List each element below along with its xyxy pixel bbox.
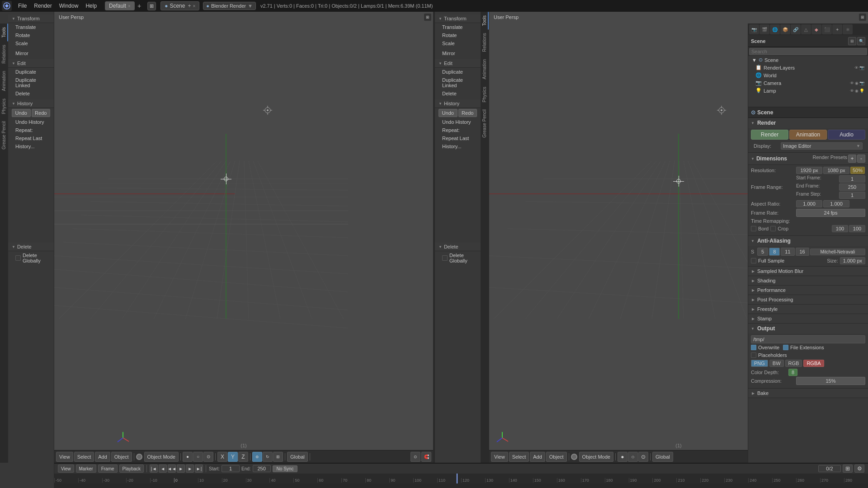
tl-end-field[interactable]: 250: [253, 465, 271, 472]
outliner-filter-btn[interactable]: ⊞: [848, 37, 856, 45]
scene-tab-add[interactable]: +: [188, 3, 191, 9]
tl-expand[interactable]: ⊞: [843, 465, 853, 473]
tool-scale[interactable]: Scale: [8, 39, 54, 47]
workspace-tab-close[interactable]: ×: [128, 4, 131, 9]
props-tab-scene[interactable]: 🎬: [760, 24, 769, 34]
r-delete-globally-cb[interactable]: [442, 255, 448, 261]
scene-tab[interactable]: ● Scene + ×: [160, 1, 199, 10]
file-ext-checkbox[interactable]: [783, 345, 788, 350]
timeline-keyframes-area[interactable]: [54, 483, 868, 488]
r-delete-header[interactable]: Delete: [435, 243, 481, 251]
aa-filter-btn[interactable]: Mitchell-Netravali: [810, 249, 865, 255]
props-tab-material[interactable]: ◆: [811, 24, 821, 34]
compression-val[interactable]: 15%: [796, 377, 865, 385]
render-section-header[interactable]: Render: [748, 118, 868, 128]
performance-section[interactable]: Performance: [748, 286, 868, 295]
camera-sel[interactable]: ◉: [855, 81, 859, 85]
end-frame-input[interactable]: 250: [839, 183, 865, 191]
side-tab-grease-r[interactable]: Grease Pencil: [481, 106, 489, 141]
props-tab-constraint[interactable]: 🔗: [791, 24, 801, 34]
vt1-manip-y[interactable]: Y: [228, 452, 238, 462]
size-val[interactable]: 1.000 px: [840, 257, 865, 264]
vt1-add[interactable]: Add: [95, 452, 110, 462]
shading-section[interactable]: Shading: [748, 276, 868, 286]
res-y-input[interactable]: 1080 px: [823, 167, 849, 174]
tool-duplicate[interactable]: Duplicate: [8, 68, 54, 76]
tl-marker[interactable]: Marker: [76, 465, 96, 473]
render-btn[interactable]: Render: [751, 130, 788, 140]
side-tab-grease[interactable]: Grease Pencil: [0, 117, 8, 153]
side-tab-physics[interactable]: Physics: [0, 95, 8, 117]
overwrite-checkbox[interactable]: [751, 345, 756, 350]
tl-playback[interactable]: Playback: [119, 465, 144, 473]
outliner-search-input[interactable]: [749, 48, 867, 55]
vt2-viewport-render[interactable]: ⊙: [638, 452, 648, 462]
tool-translate[interactable]: Translate: [8, 23, 54, 31]
vt1-transform-arrows[interactable]: ⊕: [252, 452, 262, 462]
aa-header[interactable]: Anti-Aliasing: [748, 236, 868, 246]
audio-btn[interactable]: Audio: [828, 130, 865, 140]
vt2-select[interactable]: Select: [509, 452, 529, 462]
bord-checkbox[interactable]: [751, 226, 756, 231]
tool-delete[interactable]: Delete: [8, 89, 54, 98]
tl-skip-start[interactable]: |◄: [150, 465, 158, 473]
bord-val[interactable]: 100: [832, 225, 848, 232]
res-percent-btn[interactable]: 50%: [850, 167, 865, 174]
tl-play[interactable]: ►: [177, 465, 185, 473]
r-transform-header[interactable]: Transform: [435, 14, 481, 23]
props-tab-particles[interactable]: ✦: [832, 24, 842, 34]
tl-skip-end[interactable]: ►|: [195, 465, 203, 473]
tool-undo-history[interactable]: Undo History: [8, 118, 54, 126]
frame-rate-btn[interactable]: 24 fps: [796, 209, 865, 217]
lamp-render[interactable]: 💡: [859, 89, 864, 93]
tool-repeat-last[interactable]: Repeat Last: [8, 134, 54, 142]
tool-duplicate-linked[interactable]: Duplicate Linked: [8, 76, 54, 89]
r-tool-duplicate[interactable]: Duplicate: [435, 68, 481, 76]
viewport-2-maximize[interactable]: ⊞: [859, 14, 866, 21]
tl-play-rev[interactable]: ◄◄: [168, 465, 176, 473]
tl-settings[interactable]: ⚙: [854, 465, 864, 473]
side-tab-tools[interactable]: Tools: [0, 23, 8, 41]
r-undo-btn[interactable]: Undo: [439, 109, 458, 117]
edit-header[interactable]: Edit: [8, 59, 54, 68]
camera-render[interactable]: 📷: [859, 81, 864, 85]
tool-delete-globally[interactable]: Delete Globally: [8, 251, 54, 265]
vt1-manip-z[interactable]: Z: [238, 452, 248, 462]
vt1-manip-x[interactable]: X: [217, 452, 227, 462]
r-tool-delete[interactable]: Delete: [435, 89, 481, 98]
format-rgba-btn[interactable]: RGBA: [803, 360, 824, 367]
vt2-object[interactable]: Object: [546, 452, 567, 462]
tl-frame[interactable]: Frame: [98, 465, 118, 473]
r-tool-repeat-last[interactable]: Repeat Last: [435, 134, 481, 142]
stamp-section[interactable]: Stamp: [748, 314, 868, 324]
undo-btn[interactable]: Undo: [12, 109, 31, 117]
props-tab-world[interactable]: 🌐: [770, 24, 780, 34]
aa-btn-8[interactable]: 8: [769, 248, 780, 256]
vt1-viewport-render[interactable]: ⊙: [203, 452, 213, 462]
vt2-global[interactable]: Global: [652, 452, 673, 462]
viewport-1[interactable]: User Persp ⊞: [54, 12, 433, 463]
vt2-shading-wire[interactable]: ○: [628, 452, 638, 462]
bake-section[interactable]: Bake: [748, 389, 868, 398]
outliner-item-camera[interactable]: 📷 Camera 👁 ◉ 📷: [748, 79, 868, 87]
vt1-transform-rotate[interactable]: ↻: [263, 452, 273, 462]
format-png-btn[interactable]: PNG: [751, 360, 768, 367]
color-depth-8-btn[interactable]: 8: [788, 369, 797, 376]
format-bw-btn[interactable]: BW: [769, 360, 784, 367]
props-tab-render[interactable]: 📷: [749, 24, 759, 34]
crop-checkbox[interactable]: [770, 226, 776, 231]
outliner-item-world[interactable]: 🌐 World: [748, 71, 868, 79]
post-processing-section[interactable]: Post Processing: [748, 295, 868, 305]
app-icon[interactable]: [2, 1, 12, 11]
r-tool-scale[interactable]: Scale: [435, 39, 481, 47]
r-tool-delete-globally[interactable]: Delete Globally: [435, 251, 481, 265]
sampled-motion-blur-section[interactable]: Sampled Motion Blur: [748, 267, 868, 276]
menu-render[interactable]: Render: [30, 2, 55, 10]
workspace-tab-default[interactable]: Default ×: [105, 1, 135, 10]
tool-history-dots[interactable]: History...: [8, 142, 54, 150]
menu-help[interactable]: Help: [82, 2, 100, 10]
add-workspace-btn[interactable]: +: [136, 2, 143, 9]
tool-mirror[interactable]: Mirror: [8, 49, 54, 57]
vt1-shading-wire[interactable]: ○: [193, 452, 203, 462]
outliner-search-btn[interactable]: 🔍: [857, 37, 865, 45]
